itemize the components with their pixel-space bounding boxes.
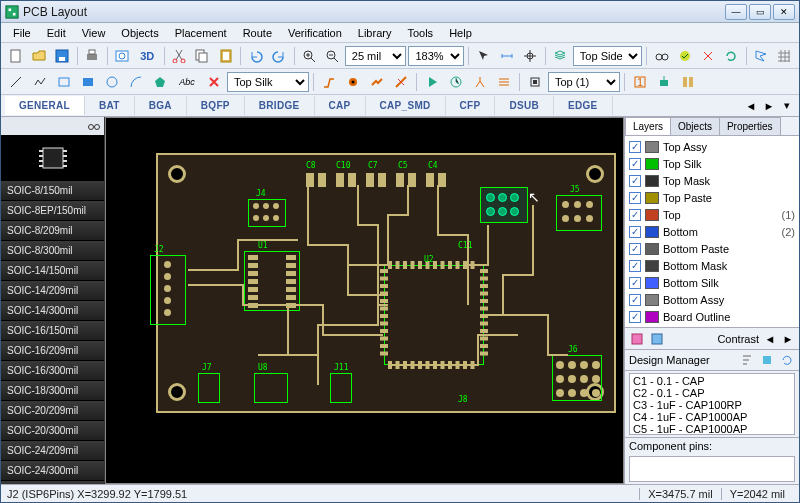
dm-refresh-icon[interactable] (779, 352, 795, 368)
tab-objects[interactable]: Objects (670, 117, 720, 135)
measure-icon[interactable] (496, 45, 517, 67)
bus-icon[interactable] (493, 71, 515, 93)
arc-icon[interactable] (125, 71, 147, 93)
layer-color-swatch[interactable] (645, 158, 659, 170)
draw-layer-select[interactable]: Top Silk (227, 72, 309, 92)
menu-tools[interactable]: Tools (399, 25, 441, 41)
layer-row[interactable]: ✓Bottom(2) (627, 223, 797, 240)
package-item[interactable]: SOIC-8EP/150mil (1, 201, 104, 221)
print-icon[interactable] (81, 45, 102, 67)
menu-objects[interactable]: Objects (113, 25, 166, 41)
package-item[interactable]: SOIC-14/300mil (1, 301, 104, 321)
package-item[interactable]: SOIC-24/300mil (1, 461, 104, 481)
rect-fill-icon[interactable] (77, 71, 99, 93)
layer-row[interactable]: ✓Board Outline (627, 308, 797, 325)
text-icon[interactable]: Abc (173, 71, 201, 93)
rect-icon[interactable] (53, 71, 75, 93)
menu-verification[interactable]: Verification (280, 25, 350, 41)
dm-item[interactable]: C2 - 0.1 - CAP (633, 387, 791, 399)
layer-visible-checkbox[interactable]: ✓ (629, 243, 641, 255)
layer-visible-checkbox[interactable]: ✓ (629, 226, 641, 238)
category-tab-bridge[interactable]: BRIDGE (245, 96, 315, 115)
dm-sort-icon[interactable] (739, 352, 755, 368)
pcb-canvas[interactable]: ↖ /*pads drawn via loop below*/ (105, 117, 624, 484)
dm-item[interactable]: C5 - 1uF - CAP1000AP (633, 423, 791, 435)
zoom-in-icon[interactable] (298, 45, 319, 67)
layer-stack-icon[interactable] (550, 45, 571, 67)
component-pins-list[interactable] (629, 456, 795, 482)
layer-row[interactable]: ✓Bottom Silk (627, 274, 797, 291)
layer-visible-checkbox[interactable]: ✓ (629, 175, 641, 187)
layer-color-swatch[interactable] (645, 209, 659, 221)
category-tab-cap_smd[interactable]: CAP_SMD (366, 96, 446, 115)
layer-color-swatch[interactable] (645, 175, 659, 187)
layer-visible-checkbox[interactable]: ✓ (629, 294, 641, 306)
close-button[interactable]: ✕ (773, 4, 795, 20)
menu-route[interactable]: Route (235, 25, 280, 41)
layer-row[interactable]: ✓Top(1) (627, 206, 797, 223)
layer-color-swatch[interactable] (645, 277, 659, 289)
grid-select[interactable]: 25 mil (345, 46, 407, 66)
component-icon[interactable] (524, 71, 546, 93)
package-item[interactable]: SOIC-8/300mil (1, 241, 104, 261)
layer-row[interactable]: ✓Top Assy (627, 138, 797, 155)
3d-button[interactable]: 3D (135, 45, 160, 67)
view-layer-select[interactable]: Top (1) (548, 72, 620, 92)
layer-color-swatch[interactable] (645, 260, 659, 272)
package-item[interactable]: SOIC-14/150mil (1, 261, 104, 281)
layer-color-swatch[interactable] (645, 311, 659, 323)
layer-color-swatch[interactable] (645, 243, 659, 255)
layer-color-swatch[interactable] (645, 141, 659, 153)
circle-icon[interactable] (101, 71, 123, 93)
menu-placement[interactable]: Placement (167, 25, 235, 41)
grid-icon[interactable] (774, 45, 795, 67)
net-icon[interactable] (697, 45, 718, 67)
layer-visible-checkbox[interactable]: ✓ (629, 209, 641, 221)
layer-row[interactable]: ✓Bottom Assy (627, 291, 797, 308)
contrast-more-icon[interactable]: ► (781, 332, 795, 346)
open-icon[interactable] (28, 45, 49, 67)
package-search[interactable] (1, 117, 104, 135)
package-item[interactable]: SOIC-16/300mil (1, 361, 104, 381)
route-icon[interactable] (318, 71, 340, 93)
package-item[interactable]: SOIC-14/209mil (1, 281, 104, 301)
undo-icon[interactable] (245, 45, 266, 67)
package-item[interactable]: SOIC-8/150mil (1, 181, 104, 201)
category-tab-cap[interactable]: CAP (315, 96, 366, 115)
maximize-button[interactable]: ▭ (749, 4, 771, 20)
zoom-select[interactable]: 183% (408, 46, 464, 66)
category-tab-dsub[interactable]: DSUB (495, 96, 554, 115)
menu-edit[interactable]: Edit (39, 25, 74, 41)
layer-color-swatch[interactable] (645, 226, 659, 238)
dm-item[interactable]: C3 - 1uF - CAP100RP (633, 399, 791, 411)
autoroute-play-icon[interactable] (421, 71, 443, 93)
category-tab-bat[interactable]: BAT (85, 96, 135, 115)
binoculars-icon[interactable] (651, 45, 672, 67)
origin-icon[interactable] (520, 45, 541, 67)
layer-visible-checkbox[interactable]: ✓ (629, 158, 641, 170)
poly-icon[interactable] (149, 71, 171, 93)
preview-icon[interactable] (112, 45, 133, 67)
layer-visible-checkbox[interactable]: ✓ (629, 311, 641, 323)
delete-icon[interactable] (203, 71, 225, 93)
layer-row[interactable]: ✓Top Paste (627, 189, 797, 206)
polyline-icon[interactable] (29, 71, 51, 93)
new-icon[interactable] (5, 45, 26, 67)
package-item[interactable]: SOIC-18/300mil (1, 381, 104, 401)
tab-properties[interactable]: Properties (719, 117, 781, 135)
side-select[interactable]: Top Side (573, 46, 642, 66)
menu-view[interactable]: View (74, 25, 114, 41)
layer-row[interactable]: ✓Top Mask (627, 172, 797, 189)
copy-icon[interactable] (192, 45, 213, 67)
minimize-button[interactable]: — (725, 4, 747, 20)
track-icon[interactable] (366, 71, 388, 93)
tab-prev-icon[interactable]: ◄ (743, 98, 759, 114)
layer-visible-checkbox[interactable]: ✓ (629, 260, 641, 272)
layer-row[interactable]: ✓Bottom Mask (627, 257, 797, 274)
package-item[interactable]: SOIC-20/300mil (1, 421, 104, 441)
zoom-out-icon[interactable] (322, 45, 343, 67)
tab-layers[interactable]: Layers (625, 117, 671, 135)
layer-props-icon[interactable] (649, 331, 665, 347)
paste-icon[interactable] (215, 45, 236, 67)
category-tab-general[interactable]: GENERAL (5, 96, 85, 115)
